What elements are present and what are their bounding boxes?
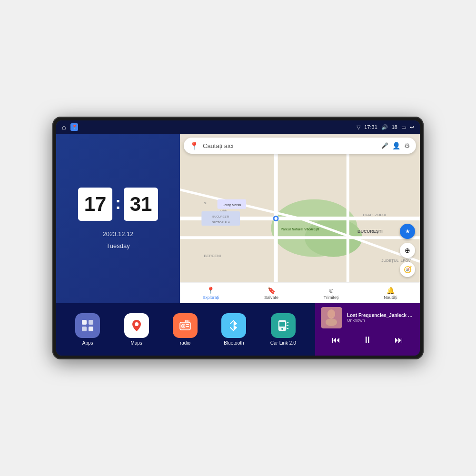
clock-panel: 17 : 31 2023.12.12 Tuesday: [56, 134, 180, 303]
music-controls: ⏮ ⏸ ⏭: [321, 331, 414, 349]
svg-text:TRAPEZULUI: TRAPEZULUI: [362, 213, 386, 217]
app-item-apps[interactable]: Apps: [75, 313, 100, 346]
svg-text:SECTORUL 4: SECTORUL 4: [212, 221, 230, 224]
explore-label: Explorați: [202, 295, 219, 300]
svg-text:și: și: [204, 201, 207, 205]
status-bar-left: ⌂ 📍: [62, 123, 78, 131]
radio-label: radio: [180, 340, 190, 346]
app-item-bluetooth[interactable]: Bluetooth: [221, 313, 246, 346]
maps-label: Maps: [130, 340, 142, 346]
music-title: Lost Frequencies_Janieck Devy-...: [347, 313, 414, 318]
svg-rect-32: [186, 324, 189, 325]
device: ⌂ 📍 ▽ 17:31 🔊 18 ▭ ↩ 17 :: [52, 117, 424, 359]
map-tab-explore[interactable]: 📍 Explorați: [202, 287, 219, 300]
map-tab-news[interactable]: 🔔 Noutăți: [384, 287, 397, 300]
radio-icon: FM: [173, 313, 198, 338]
music-art: [321, 307, 342, 328]
svg-point-28: [135, 322, 139, 326]
layers-icon[interactable]: ⚙: [404, 142, 410, 149]
nav-icon[interactable]: 📍: [70, 123, 78, 131]
svg-rect-24: [82, 320, 87, 325]
app-item-radio[interactable]: FM radio: [173, 313, 198, 346]
svg-rect-36: [279, 322, 285, 327]
music-panel: Lost Frequencies_Janieck Devy-... Unknow…: [315, 303, 420, 356]
svg-rect-27: [89, 327, 93, 331]
mic-icon[interactable]: 🎤: [381, 142, 388, 149]
device-screen: ⌂ 📍 ▽ 17:31 🔊 18 ▭ ↩ 17 :: [56, 120, 420, 356]
explore-icon: 📍: [207, 287, 215, 294]
next-button[interactable]: ⏭: [391, 333, 407, 347]
svg-line-38: [287, 322, 288, 323]
svg-point-43: [326, 318, 337, 326]
carlink-icon: [271, 313, 296, 338]
svg-text:FM: FM: [185, 320, 189, 323]
prev-button[interactable]: ⏮: [328, 333, 344, 347]
account-icon[interactable]: 👤: [392, 142, 400, 149]
svg-text:Leroy Merlin: Leroy Merlin: [222, 203, 241, 207]
saved-icon: 🔖: [268, 287, 276, 294]
app-item-maps[interactable]: Maps: [124, 313, 149, 346]
news-label: Noutăți: [384, 295, 397, 300]
home-icon[interactable]: ⌂: [62, 123, 66, 131]
map-panel[interactable]: Splaiul Unirii TRAPEZULUI JUDEȚUL ILFOV …: [180, 134, 420, 303]
music-artist: Unknown: [347, 318, 414, 323]
maps-icon: [124, 313, 149, 338]
map-location-button[interactable]: ⊕: [400, 243, 415, 258]
clock-display: 17 : 31: [78, 188, 158, 221]
map-tab-saved[interactable]: 🔖 Salvate: [264, 287, 278, 300]
app-item-carlink[interactable]: Car Link 2.0: [270, 313, 296, 346]
svg-text:BERCENI: BERCENI: [204, 254, 221, 258]
main-content: 17 : 31 2023.12.12 Tuesday: [56, 134, 420, 356]
music-text: Lost Frequencies_Janieck Devy-... Unknow…: [347, 313, 414, 323]
svg-text:BUCUREȘTI: BUCUREȘTI: [212, 215, 229, 218]
svg-point-31: [183, 326, 184, 327]
svg-rect-25: [89, 320, 93, 325]
map-search-icons: 🎤 👤 ⚙: [381, 142, 410, 149]
status-bar-right: ▽ 17:31 🔊 18 ▭ ↩: [357, 124, 414, 130]
clock-date: 2023.12.12: [102, 230, 133, 238]
svg-line-40: [287, 328, 288, 329]
svg-rect-26: [82, 327, 87, 331]
svg-point-44: [327, 309, 335, 318]
share-icon: ☺: [327, 287, 334, 294]
saved-label: Salvate: [264, 295, 278, 300]
share-label: Trimiteți: [324, 295, 339, 300]
svg-point-23: [275, 217, 278, 220]
map-compass-button[interactable]: 🧭: [400, 262, 415, 277]
battery-icon: ▭: [401, 124, 406, 130]
music-info: Lost Frequencies_Janieck Devy-... Unknow…: [321, 307, 414, 328]
bluetooth-label: Bluetooth: [224, 340, 244, 346]
news-icon: 🔔: [387, 287, 395, 294]
bottom-section: Apps Maps: [56, 303, 420, 356]
volume-icon: 🔊: [381, 124, 388, 130]
map-bottom-bar: 📍 Explorați 🔖 Salvate ☺ Trimiteți 🔔: [180, 282, 420, 303]
play-pause-button[interactable]: ⏸: [359, 333, 376, 347]
map-logo-icon: 📍: [189, 141, 199, 150]
svg-rect-33: [186, 326, 189, 327]
map-search-placeholder[interactable]: Căutați aici: [203, 142, 377, 149]
map-tab-share[interactable]: ☺ Trimiteți: [324, 287, 339, 300]
status-time: 17:31: [364, 124, 377, 130]
top-section: 17 : 31 2023.12.12 Tuesday: [56, 134, 420, 303]
clock-colon: :: [115, 193, 121, 213]
music-thumbnail: [321, 307, 342, 328]
apps-bar: Apps Maps: [56, 303, 315, 356]
svg-text:BUCUREȘTI: BUCUREȘTI: [357, 229, 383, 234]
svg-text:Parcul Natural Văcărești: Parcul Natural Văcărești: [280, 228, 319, 231]
svg-point-37: [281, 328, 283, 330]
signal-icon: ▽: [357, 124, 360, 130]
status-bar: ⌂ 📍 ▽ 17:31 🔊 18 ▭ ↩: [56, 120, 420, 134]
map-navigate-button[interactable]: ★: [400, 224, 415, 239]
map-search-bar[interactable]: 📍 Căutați aici 🎤 👤 ⚙: [184, 138, 416, 154]
battery-level: 18: [392, 124, 397, 130]
bluetooth-icon: [221, 313, 246, 338]
clock-day: Tuesday: [106, 242, 129, 249]
clock-minutes: 31: [124, 188, 158, 221]
clock-hours: 17: [78, 188, 112, 221]
apps-icon: [75, 313, 100, 338]
apps-label: Apps: [82, 340, 93, 346]
carlink-label: Car Link 2.0: [270, 340, 296, 346]
back-button[interactable]: ↩: [410, 124, 414, 130]
